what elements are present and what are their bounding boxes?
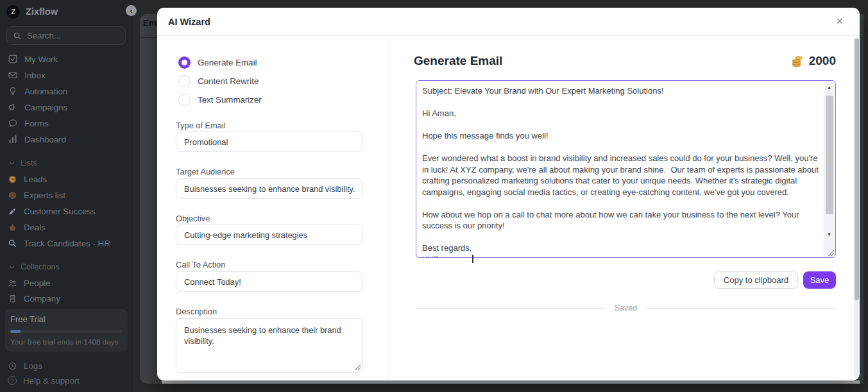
sidebar-item-label: Dashboard <box>24 135 66 144</box>
coin-badge-icon <box>8 175 17 184</box>
radio-icon[interactable] <box>178 75 191 87</box>
free-trial-title: Free Trial <box>10 314 123 324</box>
chevron-down-icon <box>8 264 15 271</box>
resize-handle-icon[interactable] <box>828 250 834 256</box>
sidebar-item-company[interactable]: Company <box>8 292 60 305</box>
radio-selected-icon[interactable] <box>178 56 191 69</box>
sidebar-item-inbox[interactable]: Inbox <box>8 69 46 81</box>
sidebar-item-label: Campaigns <box>24 103 67 112</box>
scroll-down-icon[interactable]: ▼ <box>824 232 835 237</box>
modal-title: AI Wizard <box>168 17 210 27</box>
sidebar-item-label: Inbox <box>24 71 46 80</box>
mode-text-summarizer[interactable]: Text Summarizer <box>178 94 262 106</box>
panel-divider <box>389 36 389 380</box>
trial-progress-bar <box>10 330 21 333</box>
resize-handle-icon[interactable] <box>355 364 361 370</box>
sidebar-item-my-work[interactable]: My Work <box>8 53 58 65</box>
clock-icon <box>8 361 17 371</box>
input-value: Buisnesses seeking to enhance brand visi… <box>184 184 355 194</box>
objective-input[interactable]: Cutting-edge marketing strategies <box>176 225 363 245</box>
sidebar-item-label: My Work <box>24 55 58 64</box>
megaphone-icon <box>8 102 18 112</box>
mode-generate-email[interactable]: Generate Email <box>178 56 257 69</box>
modal-scrollbar-thumb[interactable] <box>855 38 859 300</box>
mode-label: Text Summarizer <box>198 95 262 105</box>
sidebar-item-track-candidates-hr[interactable]: Track Candidates - HR <box>8 237 110 250</box>
chevron-down-icon <box>8 160 15 167</box>
section-lists[interactable]: Lists <box>8 158 37 168</box>
divider-line <box>416 308 606 309</box>
sidebar-item-label: Automation <box>24 87 67 96</box>
trial-progress-track <box>10 330 122 333</box>
section-label: Collections <box>21 262 60 271</box>
sidebar-item-label: People <box>24 278 50 288</box>
sidebar-item-people[interactable]: People <box>8 277 50 289</box>
sidebar-item-deals[interactable]: Deals <box>8 221 46 234</box>
mode-label: Generate Email <box>198 58 257 67</box>
sidebar-item-automation[interactable]: Automation <box>8 85 67 98</box>
description-label: Description <box>176 307 217 316</box>
collapse-sidebar-button[interactable]: ‹ <box>126 5 137 16</box>
sidebar-item-label: Experts list <box>24 191 65 200</box>
sidebar-item-leads[interactable]: Leads <box>8 173 47 185</box>
call-to-action-label: Call To Action <box>176 260 225 269</box>
trial-note: Your free trial ends in 1408 days <box>10 337 123 346</box>
sidebar-item-label: Deals <box>24 223 46 232</box>
input-value: Cutting-edge marketing strategies <box>184 230 307 240</box>
divider-line <box>646 308 836 309</box>
search-placeholder: Search... <box>27 31 61 40</box>
mode-content-rewrite[interactable]: Content Rewrite <box>178 75 259 87</box>
modal-header: AI Wizard × <box>157 8 860 36</box>
sidebar-item-customer-success[interactable]: Customer Success <box>8 205 96 217</box>
close-icon[interactable]: × <box>836 15 843 27</box>
saved-label: Saved <box>615 303 637 312</box>
scrollbar-thumb[interactable] <box>826 96 833 214</box>
rocket-icon <box>8 207 17 216</box>
sidebar-item-help-support[interactable]: ? Help & support <box>8 374 80 387</box>
sidebar-item-label: Leads <box>24 175 47 184</box>
textarea-scrollbar[interactable]: ▲ ▼ <box>824 81 835 257</box>
copy-to-clipboard-button[interactable]: Copy to clipboard <box>714 271 798 289</box>
modal-scrollbar[interactable] <box>854 37 859 378</box>
target-audience-input[interactable]: Buisnesses seeking to enhance brand visi… <box>176 178 363 199</box>
credits-value: 2000 <box>809 54 836 68</box>
search-input[interactable]: Search... <box>6 26 126 45</box>
lightbulb-icon <box>8 86 18 96</box>
people-icon <box>8 278 17 288</box>
save-button[interactable]: Save <box>803 271 836 289</box>
sidebar-item-campaigns[interactable]: Campaigns <box>8 101 67 114</box>
sidebar-item-label: Help & support <box>23 376 80 386</box>
brand-name: Zixflow <box>26 6 58 17</box>
generated-email-textarea[interactable]: Subject: Elevate Your Brand with Our Exp… <box>416 80 836 258</box>
sidebar-item-logs[interactable]: Logs <box>8 359 42 372</box>
textarea-value: Businesses seeking to enhance their bran… <box>184 325 341 346</box>
result-heading: Generate Email <box>414 54 502 68</box>
sidebar-item-dashboard[interactable]: Dashboard <box>8 133 66 146</box>
generated-email-text: Subject: Elevate Your Brand with Our Exp… <box>416 81 821 257</box>
sidebar: Z Zixflow Search... My Work Inbox Automa… <box>0 0 133 392</box>
section-collections[interactable]: Collections <box>8 262 60 272</box>
input-value: Connect Today! <box>184 277 241 287</box>
magnifier-icon <box>8 239 17 248</box>
sidebar-item-label: Track Candidates - HR <box>24 239 110 248</box>
radio-icon[interactable] <box>178 94 191 106</box>
chat-bubble-icon <box>8 118 18 128</box>
chevron-left-icon: ‹ <box>130 7 133 15</box>
scroll-up-icon[interactable]: ▲ <box>824 85 835 90</box>
sidebar-item-label: Logs <box>24 361 42 371</box>
sidebar-item-forms[interactable]: Forms <box>8 117 49 130</box>
task-check-icon <box>8 54 18 64</box>
ai-wizard-modal: AI Wizard × Generate Email Content Rewri… <box>157 8 860 380</box>
envelope-icon <box>8 70 18 80</box>
objective-label: Objective <box>176 214 210 223</box>
coins-icon <box>791 55 804 68</box>
type-of-email-input[interactable]: Promotional <box>176 132 363 152</box>
background-scroll-strip <box>162 380 860 384</box>
description-textarea[interactable]: Businesses seeking to enhance their bran… <box>176 318 363 373</box>
sidebar-item-experts-list[interactable]: Experts list <box>8 189 65 201</box>
question-icon: ? <box>8 376 17 385</box>
search-icon <box>13 31 22 40</box>
call-to-action-input[interactable]: Connect Today! <box>176 271 363 292</box>
mode-label: Content Rewrite <box>198 76 259 86</box>
monkey-icon <box>8 191 17 200</box>
